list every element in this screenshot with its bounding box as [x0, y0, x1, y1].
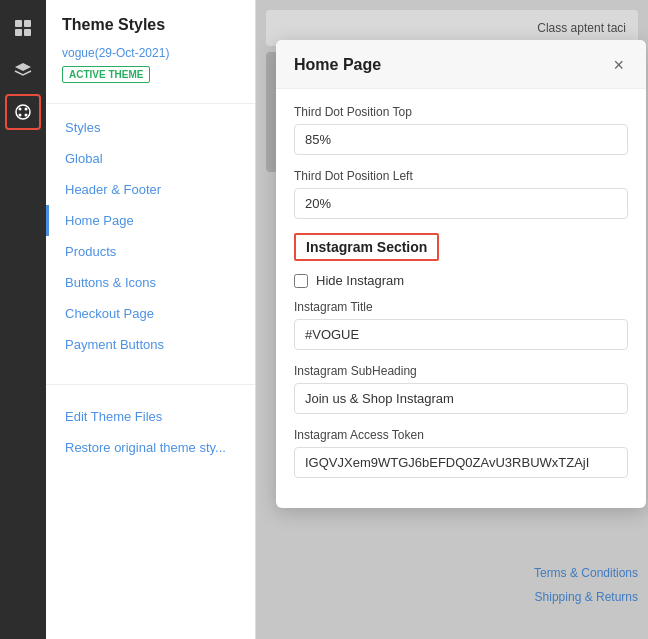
sidebar-item-buttons-icons[interactable]: Buttons & Icons	[46, 267, 255, 298]
grid-icon[interactable]	[5, 10, 41, 46]
input-instagram-token[interactable]	[294, 447, 628, 478]
sidebar-item-home-page[interactable]: Home Page	[46, 205, 255, 236]
sidebar-divider-2	[46, 384, 255, 385]
palette-icon[interactable]	[5, 94, 41, 130]
active-theme-badge: ACTIVE THEME	[62, 66, 150, 83]
instagram-section-heading: Instagram Section	[294, 233, 439, 261]
svg-point-9	[25, 114, 28, 117]
hide-instagram-row: Hide Instagram	[294, 273, 628, 288]
label-dot-left: Third Dot Position Left	[294, 169, 628, 183]
svg-rect-2	[15, 29, 22, 36]
svg-point-8	[19, 114, 22, 117]
sidebar-item-edit-theme[interactable]: Edit Theme Files	[46, 401, 255, 432]
form-group-dot-left: Third Dot Position Left	[294, 169, 628, 219]
input-instagram-title[interactable]	[294, 319, 628, 350]
hide-instagram-checkbox[interactable]	[294, 274, 308, 288]
input-instagram-subheading[interactable]	[294, 383, 628, 414]
input-dot-top[interactable]	[294, 124, 628, 155]
hide-instagram-label: Hide Instagram	[316, 273, 404, 288]
svg-point-6	[19, 108, 22, 111]
sidebar-version: vogue(29-Oct-2021)	[62, 46, 239, 60]
form-group-instagram-subheading: Instagram SubHeading	[294, 364, 628, 414]
label-instagram-title: Instagram Title	[294, 300, 628, 314]
svg-marker-4	[15, 63, 31, 71]
svg-point-7	[25, 108, 28, 111]
sidebar-item-styles[interactable]: Styles	[46, 112, 255, 143]
form-group-instagram-title: Instagram Title	[294, 300, 628, 350]
sidebar-item-payment-buttons[interactable]: Payment Buttons	[46, 329, 255, 360]
main-content: Class aptent taci 1 p rtis. N s c Terms …	[256, 0, 648, 639]
modal-close-button[interactable]: ×	[609, 54, 628, 76]
sidebar-item-header-footer[interactable]: Header & Footer	[46, 174, 255, 205]
instagram-section: Instagram Section Hide Instagram Instagr…	[294, 233, 628, 478]
sidebar-nav: Styles Global Header & Footer Home Page …	[46, 112, 255, 360]
svg-rect-3	[24, 29, 31, 36]
input-dot-left[interactable]	[294, 188, 628, 219]
label-instagram-subheading: Instagram SubHeading	[294, 364, 628, 378]
form-group-instagram-token: Instagram Access Token	[294, 428, 628, 478]
sidebar-divider	[46, 103, 255, 104]
svg-point-5	[16, 105, 30, 119]
sidebar: Theme Styles vogue(29-Oct-2021) ACTIVE T…	[46, 0, 256, 639]
layers-icon[interactable]	[5, 52, 41, 88]
modal-body: Third Dot Position Top Third Dot Positio…	[276, 89, 646, 508]
sidebar-meta: vogue(29-Oct-2021) ACTIVE THEME	[46, 46, 255, 95]
sidebar-item-checkout-page[interactable]: Checkout Page	[46, 298, 255, 329]
modal-header: Home Page ×	[276, 40, 646, 89]
sidebar-item-products[interactable]: Products	[46, 236, 255, 267]
sidebar-bottom-links: Edit Theme Files Restore original theme …	[46, 393, 255, 471]
svg-rect-0	[15, 20, 22, 27]
label-dot-top: Third Dot Position Top	[294, 105, 628, 119]
icon-bar	[0, 0, 46, 639]
modal-dialog: Home Page × Third Dot Position Top Third…	[276, 40, 646, 508]
sidebar-title: Theme Styles	[46, 16, 255, 46]
sidebar-item-global[interactable]: Global	[46, 143, 255, 174]
svg-rect-1	[24, 20, 31, 27]
sidebar-item-restore-theme[interactable]: Restore original theme sty...	[46, 432, 255, 463]
form-group-dot-top: Third Dot Position Top	[294, 105, 628, 155]
modal-title: Home Page	[294, 56, 381, 74]
label-instagram-token: Instagram Access Token	[294, 428, 628, 442]
